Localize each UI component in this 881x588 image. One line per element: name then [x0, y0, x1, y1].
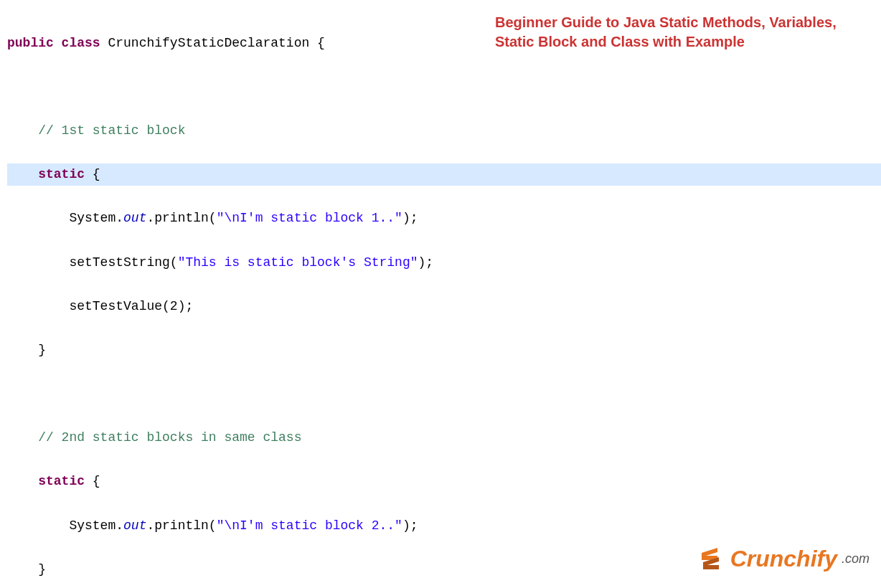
brand-name: Crunchify — [730, 539, 837, 578]
code-line — [7, 383, 881, 405]
code-line — [7, 76, 881, 98]
page-title: Beginner Guide to Java Static Methods, V… — [495, 13, 868, 52]
code-line: static { — [7, 470, 881, 493]
code-line: } — [7, 339, 881, 361]
crunchify-icon — [702, 548, 726, 569]
code-line-highlighted: static { — [7, 163, 881, 186]
code-line: // 2nd static blocks in same class — [7, 427, 881, 449]
code-line: System.out.println("\nI'm static block 1… — [7, 207, 881, 229]
brand-logo: Crunchify.com — [702, 539, 870, 578]
brand-suffix: .com — [842, 548, 870, 570]
code-line: // 1st static block — [7, 120, 881, 142]
code-line: System.out.println("\nI'm static block 2… — [7, 515, 881, 537]
code-editor: public class CrunchifyStaticDeclaration … — [0, 0, 881, 588]
code-line: setTestValue(2); — [7, 295, 881, 318]
code-line: setTestString("This is static block's St… — [7, 252, 881, 274]
